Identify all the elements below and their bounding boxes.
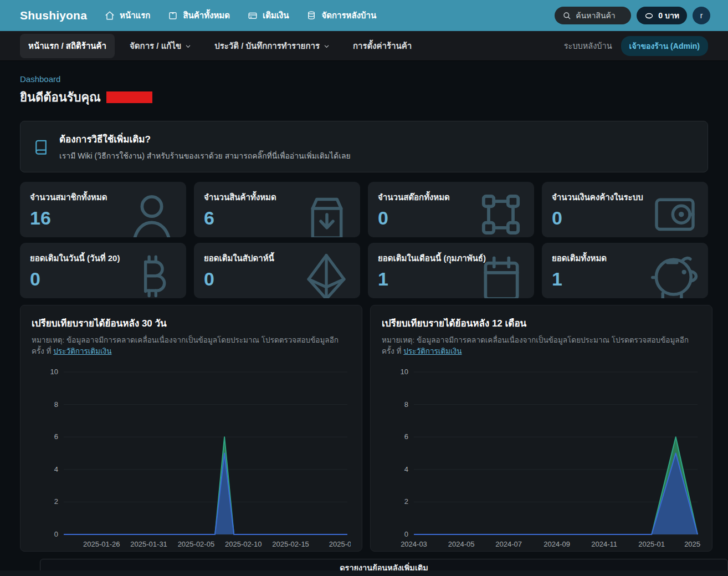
svg-text:2025-01-26: 2025-01-26 bbox=[83, 540, 120, 548]
chevron-down-icon bbox=[324, 42, 330, 49]
stat-value: 1 bbox=[378, 269, 524, 288]
role-badge[interactable]: เจ้าของร้าน (Admin) bbox=[621, 36, 708, 56]
avatar[interactable]: r bbox=[693, 7, 710, 24]
nav-item-home[interactable]: หน้าแรก bbox=[105, 9, 150, 22]
svg-text:6: 6 bbox=[54, 432, 58, 441]
stat-card-products: จำนวนสินค้าทั้งหมด 6 bbox=[194, 182, 360, 237]
svg-text:10: 10 bbox=[50, 368, 58, 376]
svg-text:10: 10 bbox=[401, 368, 408, 376]
stat-value: 0 bbox=[204, 269, 350, 288]
page-eyebrow: Dashboard bbox=[20, 74, 708, 84]
chevron-down-icon bbox=[185, 42, 191, 49]
stat-value: 6 bbox=[204, 208, 350, 227]
redacted-username bbox=[106, 91, 152, 103]
stat-label: ยอดเติมในเดือนนี้ (กุมภาพันธ์) bbox=[378, 252, 524, 265]
svg-text:4: 4 bbox=[54, 465, 58, 473]
svg-text:2025-01-31: 2025-01-31 bbox=[130, 540, 167, 548]
stats-grid: จำนวนสมาชิกทั้งหมด 16 จำนวนสินค้าทั้งหมด… bbox=[20, 182, 708, 298]
svg-text:2024-09: 2024-09 bbox=[544, 540, 570, 548]
topup-history-link[interactable]: ประวัติการเติมเงิน bbox=[403, 347, 462, 355]
stat-card-stock: จำนวนสต๊อกทั้งหมด 0 bbox=[368, 182, 534, 237]
subtab-history-log[interactable]: ประวัติ / บันทึกการทำรายการ bbox=[206, 34, 338, 58]
svg-text:2024-07: 2024-07 bbox=[495, 540, 522, 548]
svg-text:2025-02-05: 2025-02-05 bbox=[178, 540, 215, 548]
subtab-label: หน้าแรก / สถิติร้านค้า bbox=[28, 39, 106, 53]
svg-text:2025-01: 2025-01 bbox=[638, 540, 665, 548]
subtab-label: การตั้งค่าร้านค้า bbox=[353, 39, 412, 53]
stat-label: จำนวนสมาชิกทั้งหมด bbox=[30, 191, 176, 204]
chart-card-12-months: เปรียบเทียบรายได้ย้อนหลัง 12 เดือน หมายเ… bbox=[370, 305, 712, 552]
avatar-label: r bbox=[700, 11, 703, 20]
nav-item-label: สินค้าทั้งหมด bbox=[183, 9, 230, 22]
subtab-shop-settings[interactable]: การตั้งค่าร้านค้า bbox=[345, 34, 420, 58]
nav-item-label: เติมเงิน bbox=[263, 9, 289, 22]
chart-note: หมายเหตุ: ข้อมูลอาจมีการคลาดเคลื่อนเนื่อ… bbox=[382, 335, 692, 358]
stat-value: 0 bbox=[378, 208, 524, 227]
top-nav-items: หน้าแรก สินค้าทั้งหมด เติมเงิน จัดการหลั… bbox=[105, 9, 376, 22]
coin-icon bbox=[644, 11, 654, 21]
svg-text:0: 0 bbox=[404, 530, 408, 538]
area-chart-12-months: 02468102024-032024-052024-072024-092024-… bbox=[382, 364, 701, 550]
stat-label: ยอดเติมทั้งหมด bbox=[552, 252, 698, 265]
stat-card-members: จำนวนสมาชิกทั้งหมด 16 bbox=[20, 182, 186, 237]
svg-text:2025-02-10: 2025-02-10 bbox=[225, 540, 262, 548]
book-icon bbox=[33, 137, 49, 156]
stat-card-month-topup: ยอดเติมในเดือนนี้ (กุมภาพันธ์) 1 bbox=[368, 243, 534, 298]
chart-title: เปรียบเทียบรายได้ย้อนหลัง 12 เดือน bbox=[382, 315, 701, 330]
main-content: Dashboard ยินดีต้อนรับคุณ ต้องการวิธีใช้… bbox=[0, 61, 728, 576]
search-icon bbox=[562, 11, 571, 20]
wiki-banner-subtitle: เรามี Wiki (วิธีการใช้งาน) สำหรับร้านของ… bbox=[59, 150, 351, 162]
svg-text:8: 8 bbox=[404, 400, 408, 408]
wiki-banner-title: ต้องการวิธีใช้เพิ่มเติม? bbox=[59, 131, 351, 146]
stat-label: ยอดเติมในสัปดาห์นี้ bbox=[204, 252, 350, 265]
chart-note: หมายเหตุ: ข้อมูลอาจมีการคลาดเคลื่อนเนื่อ… bbox=[32, 335, 342, 358]
welcome-text: ยินดีต้อนรับคุณ bbox=[20, 88, 101, 107]
nav-item-label: หน้าแรก bbox=[120, 9, 150, 22]
stat-label: จำนวนสต๊อกทั้งหมด bbox=[378, 191, 524, 204]
top-navbar: Shushiyona หน้าแรก สินค้าทั้งหมด เติมเงิ… bbox=[0, 0, 728, 31]
charts-grid: เปรียบเทียบรายได้ย้อนหลัง 30 วัน หมายเหต… bbox=[20, 305, 708, 552]
topup-history-link[interactable]: ประวัติการเติมเงิน bbox=[53, 347, 111, 355]
nav-item-label: จัดการหลังบ้าน bbox=[321, 9, 376, 22]
stat-card-pending-money: จำนวนเงินคงค้างในระบบ 0 bbox=[542, 182, 708, 237]
search-input[interactable] bbox=[576, 11, 623, 20]
stat-value: 0 bbox=[30, 269, 176, 288]
page-footer-strip bbox=[0, 570, 728, 576]
balance-pill[interactable]: 0 บาท bbox=[637, 7, 687, 24]
search-box[interactable] bbox=[555, 7, 631, 24]
balance-label: 0 บาท bbox=[658, 9, 679, 22]
topup-card-icon bbox=[248, 11, 258, 21]
svg-text:0: 0 bbox=[54, 530, 58, 538]
subtab-label: ประวัติ / บันทึกการทำรายการ bbox=[214, 39, 320, 53]
svg-text:4: 4 bbox=[404, 465, 408, 473]
subtab-label: จัดการ / แก้ไข bbox=[130, 39, 181, 53]
stat-label: ยอดเติมในวันนี้ (วันที่ 20) bbox=[30, 252, 176, 265]
top-nav-right: 0 บาท r bbox=[555, 7, 710, 24]
stat-card-today-topup: ยอดเติมในวันนี้ (วันที่ 20) 0 bbox=[20, 243, 186, 298]
svg-text:2025-02-15: 2025-02-15 bbox=[272, 540, 309, 548]
brand-logo[interactable]: Shushiyona bbox=[20, 9, 87, 22]
subtab-manage-edit[interactable]: จัดการ / แก้ไข bbox=[121, 34, 199, 58]
subtab-home-stats[interactable]: หน้าแรก / สถิติร้านค้า bbox=[20, 34, 115, 58]
stat-label: จำนวนเงินคงค้างในระบบ bbox=[552, 191, 698, 204]
product-box-icon bbox=[168, 11, 178, 21]
chart-card-30-days: เปรียบเทียบรายได้ย้อนหลัง 30 วัน หมายเหต… bbox=[20, 305, 362, 552]
stat-value: 16 bbox=[30, 208, 176, 227]
stat-label: จำนวนสินค้าทั้งหมด bbox=[204, 191, 350, 204]
stat-card-week-topup: ยอดเติมในสัปดาห์นี้ 0 bbox=[194, 243, 360, 298]
nav-item-backend[interactable]: จัดการหลังบ้าน bbox=[306, 9, 376, 22]
subnav-right: ระบบหลังบ้าน เจ้าของร้าน (Admin) bbox=[564, 36, 708, 56]
nav-item-topup[interactable]: เติมเงิน bbox=[248, 9, 289, 22]
home-icon bbox=[105, 11, 115, 21]
svg-text:2: 2 bbox=[54, 497, 58, 506]
wiki-banner[interactable]: ต้องการวิธีใช้เพิ่มเติม? เรามี Wiki (วิธ… bbox=[20, 121, 708, 172]
nav-item-products[interactable]: สินค้าทั้งหมด bbox=[168, 9, 230, 22]
stat-value: 1 bbox=[552, 269, 698, 288]
svg-text:2024-11: 2024-11 bbox=[591, 540, 617, 548]
area-chart-30-days: 02468102025-01-262025-01-312025-02-05202… bbox=[32, 364, 351, 550]
svg-text:2025-02-21: 2025-02-21 bbox=[329, 540, 351, 548]
backend-database-icon bbox=[306, 11, 316, 21]
svg-text:2024-05: 2024-05 bbox=[448, 540, 475, 548]
wiki-banner-text: ต้องการวิธีใช้เพิ่มเติม? เรามี Wiki (วิธ… bbox=[59, 131, 351, 162]
sub-navbar: หน้าแรก / สถิติร้านค้า จัดการ / แก้ไข ปร… bbox=[0, 31, 728, 61]
